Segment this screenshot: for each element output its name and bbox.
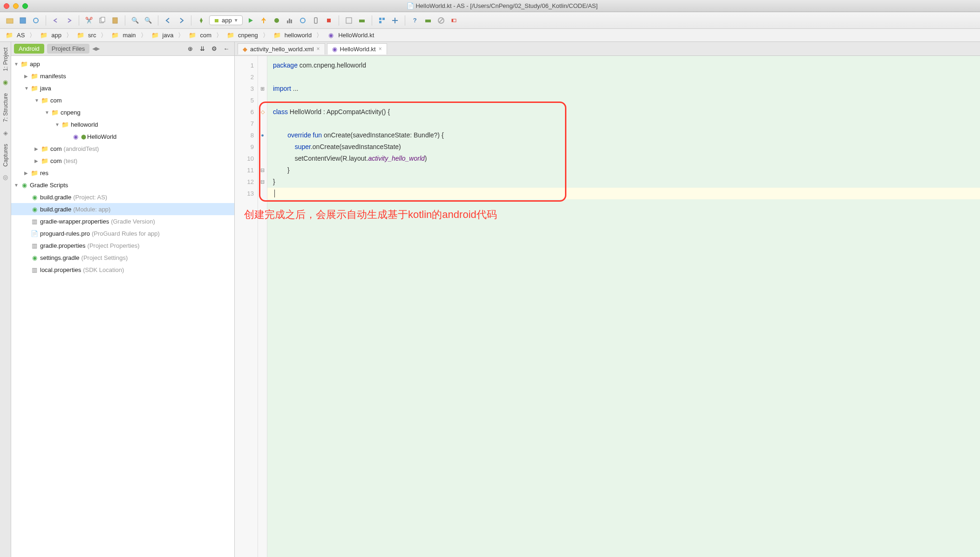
- editor-area: ◆ activity_hello_world.xml × ◉ HelloWorl…: [235, 42, 980, 557]
- editor-tab-xml[interactable]: ◆ activity_hello_world.xml ×: [238, 43, 325, 54]
- paste-icon[interactable]: [110, 15, 120, 26]
- tree-java[interactable]: ▼📁java: [11, 82, 234, 94]
- svg-rect-0: [7, 19, 13, 23]
- tree-app[interactable]: ▼📁app: [11, 58, 234, 70]
- replace-icon[interactable]: 🔍: [143, 15, 153, 26]
- rail-project[interactable]: 1: Project: [2, 46, 9, 73]
- rail-structure[interactable]: 7: Structure: [2, 91, 9, 124]
- run-config-label: app: [222, 17, 232, 24]
- code-editor[interactable]: 1 2 3 5 6 7 8 9 10 11 12 13 ⊞ ◇ ● ⊟⊟: [235, 56, 980, 557]
- tree-cnpeng[interactable]: ▼📁cnpeng: [11, 106, 234, 118]
- svg-rect-5: [215, 19, 218, 22]
- scroll-from-source-icon[interactable]: ⊕: [185, 44, 195, 54]
- svg-rect-14: [359, 20, 365, 22]
- project-tree: ▼📁app ▶📁manifests ▼📁java ▼📁com ▼📁cnpeng …: [11, 56, 234, 557]
- svg-rect-13: [346, 18, 352, 23]
- crumb-helloworld[interactable]: 📁helloworld: [271, 31, 315, 40]
- collapse-all-icon[interactable]: ⇊: [197, 44, 207, 54]
- left-tool-rail: 1: Project ◉ 7: Structure ◈ Captures ◎: [0, 42, 11, 557]
- svg-line-20: [439, 19, 443, 22]
- crumb-src[interactable]: 📁src: [74, 31, 99, 40]
- kotlin-icon: ◉: [332, 46, 337, 53]
- build-icon[interactable]: [196, 15, 206, 26]
- run-icon[interactable]: [245, 15, 256, 26]
- tree-manifests[interactable]: ▶📁manifests: [11, 70, 234, 82]
- svg-rect-8: [289, 19, 290, 23]
- minimize-window-icon[interactable]: [13, 3, 19, 9]
- stop-icon[interactable]: [324, 15, 334, 26]
- tree-local-props[interactable]: ▥local.properties(SDK Location): [11, 264, 234, 276]
- tree-gradle-scripts[interactable]: ▼◉Gradle Scripts: [11, 179, 234, 191]
- tab-project-files[interactable]: Project Files: [47, 44, 90, 54]
- crumb-com[interactable]: 📁com: [186, 31, 214, 40]
- tree-com-test[interactable]: ▶📁com(test): [11, 155, 234, 167]
- crumb-cnpeng[interactable]: 📁cnpeng: [224, 31, 261, 40]
- tab-nav-icons[interactable]: ◀▶: [92, 46, 100, 52]
- apply-changes-icon[interactable]: [259, 15, 269, 26]
- copy-icon[interactable]: [97, 15, 107, 26]
- tree-helloworld-class[interactable]: ◉⬤HelloWorld: [11, 130, 234, 143]
- avd-icon[interactable]: [311, 15, 321, 26]
- sync-icon[interactable]: [31, 15, 41, 26]
- code-content[interactable]: package com.cnpeng.helloworld import ...…: [267, 56, 980, 557]
- hide-panel-icon[interactable]: ←: [221, 44, 231, 54]
- editor-tab-kt[interactable]: ◉ HelloWorld.kt ×: [327, 43, 387, 54]
- svg-rect-22: [452, 19, 453, 22]
- sync-gradle-icon[interactable]: [390, 15, 400, 26]
- no-entry-icon[interactable]: [436, 15, 446, 26]
- svg-rect-7: [287, 20, 288, 23]
- crumb-app[interactable]: 📁app: [37, 31, 64, 40]
- xml-icon: ◆: [243, 46, 247, 53]
- tree-com-androidtest[interactable]: ▶📁com(androidTest): [11, 143, 234, 155]
- svg-rect-15: [379, 18, 381, 20]
- svg-rect-1: [20, 18, 26, 23]
- debug-icon[interactable]: [272, 15, 282, 26]
- svg-point-6: [274, 18, 279, 23]
- back-icon[interactable]: [163, 15, 173, 26]
- tree-proguard[interactable]: 📄proguard-rules.pro(ProGuard Rules for a…: [11, 227, 234, 239]
- project-panel-header: Android Project Files ◀▶ ⊕ ⇊ ⚙ ←: [11, 42, 234, 56]
- forward-icon[interactable]: [176, 15, 186, 26]
- highlight-box: [259, 102, 566, 202]
- project-panel: Android Project Files ◀▶ ⊕ ⇊ ⚙ ← ▼📁app ▶…: [11, 42, 235, 557]
- redo-icon[interactable]: [64, 15, 74, 26]
- tree-gradle-wrapper[interactable]: ▥gradle-wrapper.properties(Gradle Versio…: [11, 215, 234, 227]
- memory-indicator-icon[interactable]: [423, 15, 433, 26]
- tree-gradle-props[interactable]: ▥gradle.properties(Project Properties): [11, 239, 234, 251]
- crumb-java[interactable]: 📁java: [149, 31, 177, 40]
- annotation-text: 创建完成之后，会展示自动生成基于kotlin的android代码: [244, 209, 497, 220]
- crumb-main[interactable]: 📁main: [109, 31, 138, 40]
- layout-inspector-icon[interactable]: [344, 15, 354, 26]
- save-icon[interactable]: [18, 15, 28, 26]
- crumb-file[interactable]: ◉HelloWorld.kt: [324, 31, 377, 40]
- close-tab-icon[interactable]: ×: [317, 46, 320, 52]
- tree-res[interactable]: ▶📁res: [11, 167, 234, 179]
- tree-build-gradle-project[interactable]: ◉build.gradle(Project: AS): [11, 191, 234, 203]
- cut-icon[interactable]: ✂️: [84, 15, 94, 26]
- settings-gear-icon[interactable]: ⚙: [209, 44, 219, 54]
- title-bar: 📄 HelloWorld.kt - AS - [/Users/CnPeng/02…: [0, 0, 980, 12]
- tab-android[interactable]: Android: [14, 44, 44, 54]
- tree-helloworld[interactable]: ▼📁helloworld: [11, 118, 234, 130]
- open-icon[interactable]: [5, 15, 15, 26]
- close-tab-icon[interactable]: ×: [379, 46, 382, 52]
- tree-settings-gradle[interactable]: ◉settings.gradle(Project Settings): [11, 251, 234, 264]
- rail-captures[interactable]: Captures: [2, 142, 9, 169]
- attach-debugger-icon[interactable]: [298, 15, 308, 26]
- tree-com[interactable]: ▼📁com: [11, 94, 234, 106]
- help-icon[interactable]: ?: [410, 15, 420, 26]
- close-window-icon[interactable]: [4, 3, 9, 9]
- editor-tab-label: HelloWorld.kt: [340, 46, 376, 53]
- undo-icon[interactable]: [51, 15, 61, 26]
- find-icon[interactable]: 🔍: [130, 15, 140, 26]
- breadcrumb: 📁AS〉 📁app〉 📁src〉 📁main〉 📁java〉 📁com〉 📁cn…: [0, 29, 980, 42]
- crumb-as[interactable]: 📁AS: [3, 31, 27, 40]
- svg-rect-4: [113, 18, 117, 23]
- sdk-manager-icon[interactable]: [357, 15, 367, 26]
- profile-icon[interactable]: [285, 15, 295, 26]
- project-structure-icon[interactable]: [377, 15, 387, 26]
- run-config-selector[interactable]: app ▼: [209, 15, 243, 25]
- battery-icon[interactable]: [449, 15, 459, 26]
- tree-build-gradle-module[interactable]: ◉build.gradle(Module: app): [11, 203, 234, 215]
- maximize-window-icon[interactable]: [22, 3, 28, 9]
